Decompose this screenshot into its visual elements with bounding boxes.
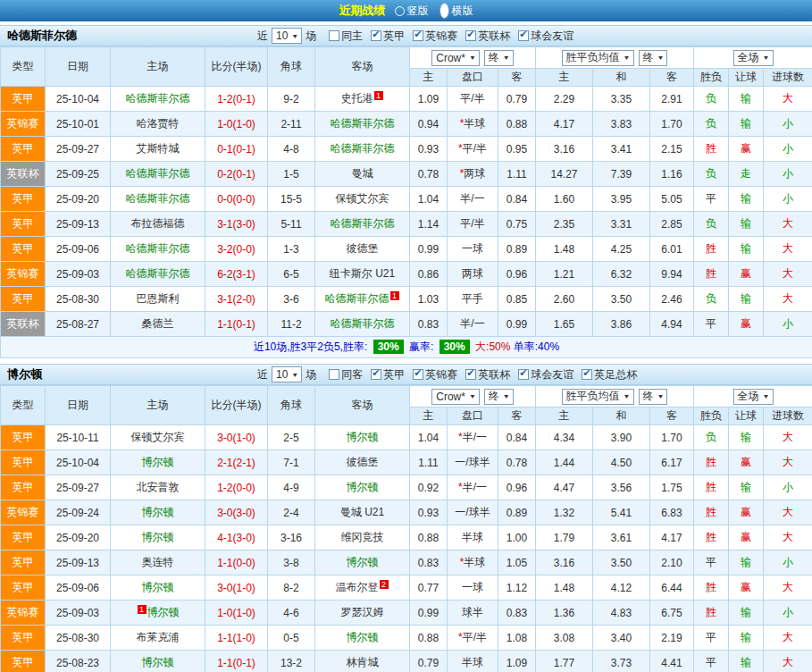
radio-icon[interactable] <box>395 6 405 16</box>
team-link[interactable]: 哈洛贾特 <box>137 117 180 130</box>
col-away: 客场 <box>315 386 410 425</box>
match-count-select[interactable]: 10 ▼ <box>272 28 302 44</box>
team-link[interactable]: 维冈竞技 <box>341 531 384 543</box>
team-link[interactable]: 巴恩斯利 <box>137 292 180 305</box>
team-link[interactable]: 保顿艾尔宾 <box>131 431 185 443</box>
radio-icon[interactable] <box>439 3 449 19</box>
team-link[interactable]: 史托港 <box>341 92 373 105</box>
league-filter-checkbox[interactable]: 英足总杯 <box>582 367 637 382</box>
team-link[interactable]: 北安普敦 <box>137 481 180 493</box>
team-link[interactable]: 桑德兰 <box>142 317 174 330</box>
team-link[interactable]: 彼德堡 <box>347 456 379 468</box>
avg-period-select[interactable]: 终▼ <box>639 50 668 66</box>
layout-option[interactable]: 竖版 <box>395 4 429 19</box>
result-cell: 平 <box>694 626 729 651</box>
team-link[interactable]: 奥连特 <box>142 556 174 568</box>
checkbox-icon[interactable] <box>329 30 339 41</box>
odds-period-select[interactable]: 终▼ <box>484 50 514 66</box>
scope-select[interactable]: 全场▼ <box>733 50 774 66</box>
team-link[interactable]: 彼德堡 <box>347 242 379 255</box>
checkbox-icon[interactable] <box>518 30 529 41</box>
handicap-cell: 一/球半 <box>448 500 498 525</box>
team-link[interactable]: 保顿艾尔宾 <box>336 192 389 205</box>
result-cell: 胜 <box>694 475 729 500</box>
team-link[interactable]: 哈德斯菲尔德 <box>331 317 395 330</box>
team-link[interactable]: 哈德斯菲尔德 <box>126 167 190 180</box>
date-cell: 25-09-13 <box>46 212 111 237</box>
checkbox-icon[interactable] <box>371 30 381 41</box>
team-link[interactable]: 博尔顿 <box>142 506 174 518</box>
checkbox-icon[interactable] <box>465 369 476 380</box>
avg-select[interactable]: 胜平负均值▼ <box>562 50 634 66</box>
league-filter-checkbox[interactable]: 英联杯 <box>465 29 510 44</box>
avg-select[interactable]: 胜平负均值▼ <box>562 389 634 405</box>
team-link[interactable]: 哈德斯菲尔德 <box>325 292 389 305</box>
team-link[interactable]: 林肯城 <box>347 656 379 668</box>
checkbox-icon[interactable] <box>518 369 529 380</box>
team-link[interactable]: 曼城 U21 <box>340 506 384 518</box>
team-link[interactable]: 曼城 <box>352 167 373 180</box>
bookmaker-select[interactable]: Crow*▼ <box>431 389 480 405</box>
handicap-cell: *两球 <box>448 162 498 187</box>
avg-home-cell: 1.77 <box>536 651 593 672</box>
date-cell: 25-09-20 <box>46 525 111 550</box>
team-link[interactable]: 博尔顿 <box>347 481 379 493</box>
checkbox-icon[interactable] <box>465 30 476 41</box>
col-avg-away: 客 <box>650 69 694 87</box>
checkbox-icon[interactable] <box>371 369 381 380</box>
odds-away-cell: 0.85 <box>498 287 536 312</box>
league-filter-checkbox[interactable]: 英甲 <box>371 367 405 382</box>
avg-draw-cell: 4.25 <box>593 237 650 262</box>
team-link[interactable]: 温布尔登 <box>336 581 379 593</box>
league-cell: 英联杯 <box>1 162 46 187</box>
team-link[interactable]: 博尔顿 <box>142 456 174 468</box>
match-count-select[interactable]: 10 ▼ <box>272 366 302 382</box>
league-filter-checkbox[interactable]: 英锦赛 <box>413 367 457 382</box>
league-filter-checkbox[interactable]: 英锦赛 <box>413 29 457 44</box>
league-filter-checkbox[interactable]: 球会友谊 <box>518 367 573 382</box>
team-link[interactable]: 博尔顿 <box>147 606 180 618</box>
checkbox-icon[interactable] <box>413 369 423 380</box>
team-link[interactable]: 博尔顿 <box>142 656 174 668</box>
team-link[interactable]: 哈德斯菲尔德 <box>126 192 190 205</box>
odds-home-cell: 0.99 <box>410 601 448 626</box>
upset-star: * <box>460 167 465 180</box>
team-link[interactable]: 博尔顿 <box>142 581 174 593</box>
league-filter-checkbox[interactable]: 英甲 <box>371 29 405 44</box>
scope-select[interactable]: 全场▼ <box>733 389 774 405</box>
team-link[interactable]: 博尔顿 <box>142 531 174 543</box>
checkbox-icon[interactable] <box>413 30 423 41</box>
league-filter-checkbox[interactable]: 同客 <box>329 367 363 382</box>
odds-away-cell: 0.89 <box>498 237 536 262</box>
goals-cell: 大 <box>764 87 812 112</box>
league-filter-checkbox[interactable]: 英联杯 <box>465 367 510 382</box>
team-link[interactable]: 布拉德福德 <box>131 217 185 230</box>
handicap-result-cell: 输 <box>729 112 764 137</box>
league-filter-checkbox[interactable]: 同主 <box>329 29 363 44</box>
team-link[interactable]: 艾斯特城 <box>137 142 180 155</box>
team-link[interactable]: 博尔顿 <box>347 431 379 443</box>
checkbox-icon[interactable] <box>582 369 592 380</box>
odds-period-select[interactable]: 终▼ <box>484 389 514 405</box>
team-link[interactable]: 博尔顿 <box>347 631 379 643</box>
layout-option[interactable]: 横版 <box>439 3 473 19</box>
team-link[interactable]: 纽卡斯尔 U21 <box>330 267 395 280</box>
scope-controls: 全场▼ <box>694 386 812 407</box>
checkbox-icon[interactable] <box>329 369 339 380</box>
league-filter-checkbox[interactable]: 球会友谊 <box>518 29 573 44</box>
league-cell: 英甲 <box>1 450 46 475</box>
team-link[interactable]: 哈德斯菲尔德 <box>126 242 190 255</box>
corner-cell: 3-8 <box>268 550 315 575</box>
team-link[interactable]: 哈德斯菲尔德 <box>126 92 190 105</box>
team-link[interactable]: 哈德斯菲尔德 <box>331 117 395 130</box>
team-link[interactable]: 布莱克浦 <box>137 631 180 643</box>
date-cell: 25-09-03 <box>46 601 111 626</box>
avg-draw-cell: 7.39 <box>593 162 650 187</box>
team-link[interactable]: 哈德斯菲尔德 <box>331 142 395 155</box>
team-link[interactable]: 博尔顿 <box>347 556 379 568</box>
team-link[interactable]: 哈德斯菲尔德 <box>126 267 190 280</box>
team-link[interactable]: 罗瑟汉姆 <box>341 606 384 618</box>
avg-period-select[interactable]: 终▼ <box>639 389 668 405</box>
bookmaker-select[interactable]: Crow*▼ <box>431 50 480 66</box>
team-link[interactable]: 哈德斯菲尔德 <box>331 217 395 230</box>
